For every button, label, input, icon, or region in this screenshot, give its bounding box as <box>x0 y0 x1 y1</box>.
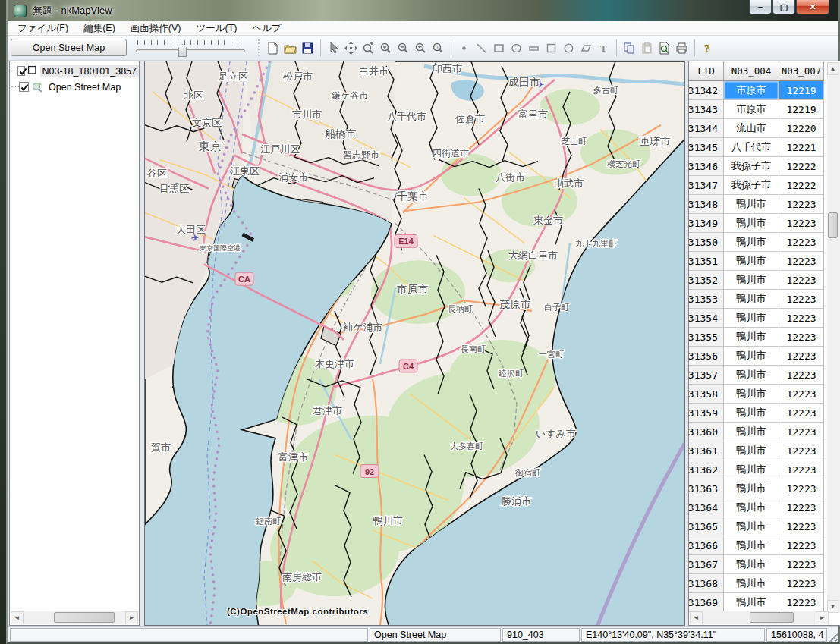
cell-n03-004[interactable]: 鴨川市 <box>724 271 779 290</box>
table-row[interactable]: 31351鴨川市12223 <box>689 252 824 271</box>
map-canvas[interactable]: ✈✈ CAE14C492 足立区北区文京区東京江戸川区江東区谷区目黒区大田区東京… <box>144 61 685 626</box>
table-row[interactable]: 31358鴨川市12223 <box>689 385 824 404</box>
cell-n03-004[interactable]: 鴨川市 <box>724 498 779 517</box>
cell-n03-007[interactable]: 12223 <box>779 498 824 517</box>
cell-n03-007[interactable]: 12223 <box>779 593 824 612</box>
cell-n03-004[interactable]: 鴨川市 <box>724 555 779 574</box>
cell-n03-007[interactable]: 12220 <box>779 119 824 138</box>
scroll-down-arrow[interactable]: ▼ <box>827 600 838 613</box>
cell-n03-007[interactable]: 12223 <box>779 441 824 460</box>
cell-fid[interactable]: 31361 <box>689 441 724 460</box>
table-row[interactable]: 31353鴨川市12223 <box>689 290 824 309</box>
cell-n03-007[interactable]: 12223 <box>779 328 824 347</box>
cell-n03-004[interactable]: 鴨川市 <box>724 385 779 404</box>
resize-grip[interactable] <box>827 631 838 642</box>
table-vscrollbar[interactable]: ▲ ▼ <box>827 62 840 613</box>
table-row[interactable]: 31348鴨川市12223 <box>689 195 824 214</box>
scrollbar-thumb[interactable] <box>54 612 115 623</box>
cell-n03-004[interactable]: 市原市 <box>724 100 779 119</box>
osm-basemap-button[interactable]: Open Street Map <box>11 39 127 56</box>
table-vscroll-thumb[interactable] <box>828 212 838 238</box>
cell-n03-007[interactable]: 12223 <box>779 385 824 404</box>
maximize-button[interactable]: ▢ <box>772 0 795 14</box>
cell-fid[interactable]: 31363 <box>689 479 724 498</box>
table-row[interactable]: 31360鴨川市12223 <box>689 423 824 441</box>
cell-n03-007[interactable]: 12222 <box>779 176 824 195</box>
layer-label[interactable]: Open Street Map <box>46 81 123 93</box>
table-row[interactable]: 31349鴨川市12223 <box>689 214 824 233</box>
cell-fid[interactable]: 31359 <box>689 404 724 423</box>
cell-fid[interactable]: 31367 <box>689 555 724 574</box>
export-image-icon[interactable] <box>656 39 673 57</box>
draw-rect-2-icon[interactable] <box>543 39 560 57</box>
zoom-actual-icon[interactable]: 1 <box>429 39 447 57</box>
table-row[interactable]: 31363鴨川市12223 <box>689 479 824 498</box>
layer-visibility-checkbox[interactable] <box>19 82 29 92</box>
cell-fid[interactable]: 31356 <box>689 347 724 366</box>
cell-fid[interactable]: 31362 <box>689 460 724 479</box>
table-row[interactable]: 31343市原市12219 <box>689 100 824 119</box>
cell-n03-004[interactable]: 鴨川市 <box>724 423 779 441</box>
zoom-slider[interactable] <box>131 38 250 58</box>
cell-fid[interactable]: 31353 <box>689 290 724 309</box>
cell-n03-004[interactable]: 市原市 <box>724 81 779 100</box>
title-bar[interactable]: 無題 - nkMapView – ▢ ✕ <box>8 0 838 21</box>
cell-n03-004[interactable]: 鴨川市 <box>724 309 779 328</box>
cell-fid[interactable]: 31344 <box>689 119 724 138</box>
scroll-left-arrow[interactable]: ◄ <box>690 611 703 624</box>
menu-item-view[interactable]: 画面操作(V) <box>124 20 188 36</box>
draw-point-icon[interactable] <box>455 39 473 57</box>
cell-n03-007[interactable]: 12223 <box>779 479 824 498</box>
menu-item-tools[interactable]: ツール(T) <box>189 20 244 36</box>
zoom-slider-thumb[interactable] <box>178 44 187 57</box>
cell-n03-007[interactable]: 12223 <box>779 347 824 366</box>
cell-fid[interactable]: 31360 <box>689 423 724 441</box>
cell-n03-007[interactable]: 12223 <box>779 517 824 536</box>
cell-n03-007[interactable]: 12223 <box>779 555 824 574</box>
cell-fid[interactable]: 31349 <box>689 214 724 233</box>
cell-n03-004[interactable]: 流山市 <box>724 119 779 138</box>
table-row[interactable]: 31342市原市12219 <box>689 81 824 100</box>
cell-n03-004[interactable]: 鴨川市 <box>724 347 779 366</box>
cell-n03-007[interactable]: 12223 <box>779 233 824 252</box>
table-row[interactable]: 31350鴨川市12223 <box>689 233 824 252</box>
scroll-up-arrow[interactable]: ▲ <box>827 62 838 75</box>
cell-n03-004[interactable]: 鴨川市 <box>724 252 779 271</box>
cell-fid[interactable]: 31365 <box>689 517 724 536</box>
table-row[interactable]: 31361鴨川市12223 <box>689 441 824 460</box>
column-header-n03_004[interactable]: N03_004 <box>724 61 779 81</box>
zoom-out-icon[interactable] <box>395 39 412 57</box>
cell-fid[interactable]: 31368 <box>689 574 724 593</box>
cell-n03-004[interactable]: 鴨川市 <box>724 441 779 460</box>
cell-n03-004[interactable]: 鴨川市 <box>724 233 779 252</box>
table-row[interactable]: 31362鴨川市12223 <box>689 460 824 479</box>
cell-fid[interactable]: 31350 <box>689 233 724 252</box>
table-row[interactable]: 31347我孫子市12222 <box>689 176 824 195</box>
cell-fid[interactable]: 31345 <box>689 138 724 157</box>
cell-fid[interactable]: 31346 <box>689 157 724 176</box>
open-folder-icon[interactable] <box>282 39 299 57</box>
layer-label[interactable]: N03-18_180101_3857 <box>40 65 139 77</box>
cell-n03-007[interactable]: 12219 <box>779 100 824 119</box>
cell-n03-004[interactable]: 鴨川市 <box>724 214 779 233</box>
table-row[interactable]: 31365鴨川市12223 <box>689 517 824 536</box>
menu-item-edit[interactable]: 編集(E) <box>77 20 122 36</box>
table-row[interactable]: 31359鴨川市12223 <box>689 404 824 423</box>
cell-n03-004[interactable]: 鴨川市 <box>724 574 779 593</box>
menu-item-help[interactable]: ヘルプ <box>246 20 288 36</box>
table-row[interactable]: 31366鴨川市12223 <box>689 536 824 555</box>
draw-text-icon[interactable]: T <box>595 39 612 57</box>
cell-n03-004[interactable]: 鴨川市 <box>724 517 779 536</box>
cell-n03-004[interactable]: 鴨川市 <box>724 366 779 385</box>
table-row[interactable]: 31364鴨川市12223 <box>689 498 824 517</box>
cell-fid[interactable]: 31354 <box>689 309 724 328</box>
draw-bar-icon[interactable] <box>525 39 543 57</box>
table-row[interactable]: 31367鴨川市12223 <box>689 555 824 574</box>
zoom-previous-icon[interactable] <box>412 39 429 57</box>
draw-ellipse-icon[interactable] <box>508 39 525 57</box>
scroll-left-arrow[interactable]: ◄ <box>11 611 24 624</box>
layer-item[interactable]: N03-18_180101_3857 <box>10 63 139 79</box>
layer-item[interactable]: Open Street Map <box>10 79 139 95</box>
draw-ellipse-2-icon[interactable] <box>560 39 577 57</box>
cell-n03-004[interactable]: 鴨川市 <box>724 328 779 347</box>
